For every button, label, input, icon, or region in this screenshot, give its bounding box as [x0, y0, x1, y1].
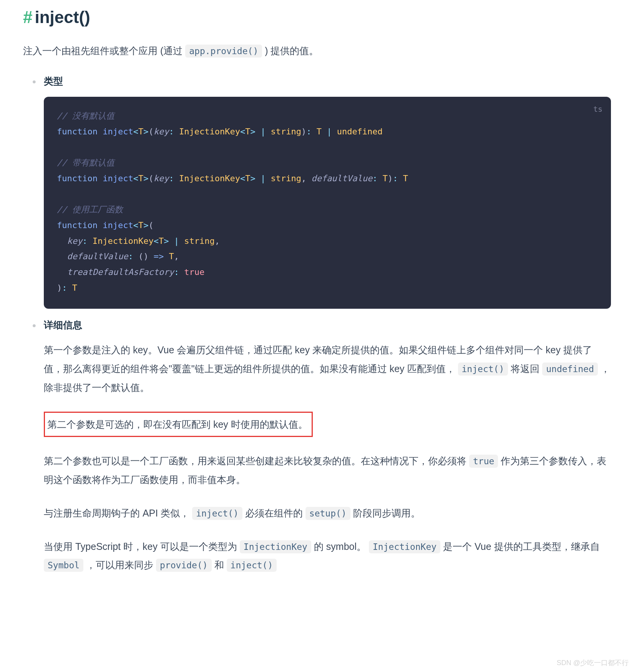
- tok: function: [57, 220, 98, 230]
- tok: function: [57, 174, 98, 183]
- tok: >: [143, 127, 148, 136]
- tok: ): [301, 127, 306, 136]
- type-section: 类型 ts // 没有默认值 function inject<T>(key: I…: [44, 75, 611, 309]
- p5-e: 和: [212, 559, 227, 570]
- tok: string: [184, 236, 214, 246]
- tok: T: [169, 252, 174, 261]
- tok: inject: [103, 174, 133, 183]
- p4-a: 与注册生命周期钩子的 API 类似，: [44, 508, 192, 518]
- tok: T: [245, 127, 250, 136]
- p5-code4: provide(): [156, 559, 212, 572]
- code-comment-3: // 使用工厂函数: [57, 205, 123, 214]
- details-p4: 与注册生命周期钩子的 API 类似， inject() 必须在组件的 setup…: [44, 504, 611, 523]
- p5-b: 的 symbol。: [311, 541, 369, 552]
- p1-code2: undefined: [542, 362, 598, 376]
- p1-code1: inject(): [458, 362, 508, 376]
- tok: :: [306, 127, 311, 136]
- tok: key: [154, 174, 169, 183]
- p5-d: ，可以用来同步: [83, 559, 156, 570]
- tok: InjectionKey: [93, 236, 154, 246]
- tok: function: [57, 127, 98, 136]
- tok: T: [159, 236, 164, 246]
- tok: undefined: [337, 127, 383, 136]
- tok: defaultValue: [67, 252, 128, 261]
- tok: T: [383, 174, 388, 183]
- code-lang-badge: ts: [593, 102, 602, 116]
- details-label: 详细信息: [44, 319, 611, 331]
- code-comment-1: // 没有默认值: [57, 111, 115, 121]
- tok: string: [271, 174, 301, 183]
- code-content: // 没有默认值 function inject<T>(key: Injecti…: [57, 108, 598, 296]
- code-comment-2: // 带有默认值: [57, 158, 115, 167]
- tok: inject: [103, 127, 133, 136]
- tok: treatDefaultAsFactory: [67, 267, 174, 277]
- tok: InjectionKey: [179, 127, 240, 136]
- p5-code3: Symbol: [44, 559, 83, 572]
- tok: |: [256, 127, 271, 136]
- tok: |: [322, 127, 337, 136]
- p5-c: 是一个 Vue 提供的工具类型，继承自: [440, 541, 599, 552]
- highlight-box: 第二个参数是可选的，即在没有匹配到 key 时使用的默认值。: [44, 412, 313, 437]
- details-p3: 第二个参数也可以是一个工厂函数，用来返回某些创建起来比较复杂的值。在这种情况下，…: [44, 452, 611, 489]
- p4-code2: setup(): [305, 507, 350, 520]
- details-p1: 第一个参数是注入的 key。Vue 会遍历父组件链，通过匹配 key 来确定所提…: [44, 341, 611, 397]
- p3-code1: true: [469, 455, 498, 468]
- tok: <: [133, 127, 138, 136]
- p5-code1: InjectionKey: [240, 540, 311, 553]
- p5-a: 当使用 TypeScript 时，key 可以是一个类型为: [44, 541, 240, 552]
- tok: T: [72, 283, 77, 293]
- page-title[interactable]: #inject(): [23, 8, 611, 27]
- tok: key: [67, 236, 83, 246]
- p1-b: 将返回: [508, 363, 542, 374]
- details-section: 详细信息 第一个参数是注入的 key。Vue 会遍历父组件链，通过匹配 key …: [44, 319, 611, 574]
- tok: true: [184, 267, 204, 277]
- details-p5: 当使用 TypeScript 时，key 可以是一个类型为 InjectionK…: [44, 537, 611, 575]
- p4-b: 必须在组件的: [242, 508, 305, 518]
- p5-code5: inject(): [227, 559, 277, 572]
- title-text: inject(): [35, 8, 90, 26]
- tok: T: [138, 220, 143, 230]
- tok: string: [271, 127, 301, 136]
- p4-code1: inject(): [192, 507, 242, 520]
- p3-a: 第二个参数也可以是一个工厂函数，用来返回某些创建起来比较复杂的值。在这种情况下，…: [44, 455, 469, 466]
- tok: >: [250, 127, 255, 136]
- intro-after: ) 提供的值。: [262, 45, 319, 56]
- intro-before: 注入一个由祖先组件或整个应用 (通过: [23, 45, 185, 56]
- tok: T: [317, 127, 322, 136]
- tok: =>: [154, 252, 164, 261]
- tok: inject: [103, 220, 133, 230]
- tok: defaultValue: [311, 174, 372, 183]
- tok: T: [403, 174, 408, 183]
- code-block: ts // 没有默认值 function inject<T>(key: Inje…: [44, 97, 611, 309]
- details-p2: 第二个参数是可选的，即在没有匹配到 key 时使用的默认值。: [47, 415, 308, 434]
- tok: T: [138, 174, 143, 183]
- tok: <: [240, 127, 245, 136]
- tok: (: [148, 127, 153, 136]
- p4-c: 阶段同步调用。: [350, 508, 420, 518]
- hash-icon: #: [23, 8, 32, 26]
- tok: key: [154, 127, 169, 136]
- tok: T: [138, 127, 143, 136]
- intro-code: app.provide(): [185, 45, 262, 58]
- type-label: 类型: [44, 75, 611, 88]
- tok: T: [245, 174, 250, 183]
- tok: :: [169, 127, 174, 136]
- tok: InjectionKey: [179, 174, 240, 183]
- p5-code2: InjectionKey: [369, 540, 440, 553]
- intro-paragraph: 注入一个由祖先组件或整个应用 (通过 app.provide() ) 提供的值。: [23, 42, 611, 60]
